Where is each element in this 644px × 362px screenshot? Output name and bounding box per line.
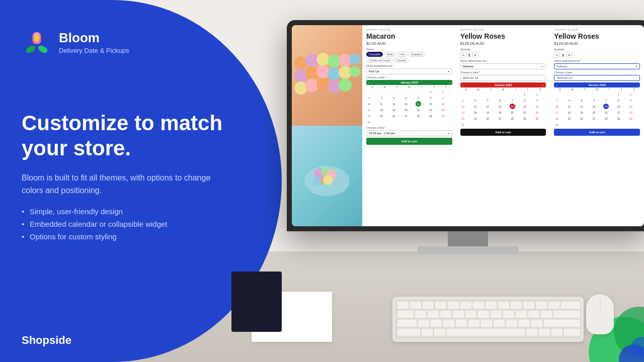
svg-rect-39 [498,302,509,309]
cal-day[interactable]: 9 [440,95,446,101]
cal-day[interactable]: 29 [428,113,434,119]
svg-point-12 [294,69,307,82]
cal-day[interactable]: 7 [416,95,421,101]
feature-item-1: Simple, user-friendly design [22,207,233,216]
qty-plus-2[interactable]: + [472,52,478,58]
svg-rect-40 [511,302,522,309]
qty-minus-3[interactable]: − [554,52,560,58]
cal-day[interactable]: 28 [416,113,421,119]
dropdown-arrow-1: ▼ [447,70,450,73]
cal-day[interactable]: 1 [428,89,434,95]
add-to-cart-btn-3[interactable]: Add to cart [554,129,640,136]
svg-rect-69 [544,320,580,327]
date-input-2[interactable]: 2022-01-14 [460,75,546,81]
qty-val-2: 1 [468,53,470,57]
svg-point-17 [349,66,360,77]
svg-rect-66 [506,320,517,327]
cal-day[interactable]: 15 [428,101,434,107]
cal-day[interactable]: 27 [404,113,409,119]
time-dropdown-arrow: ▼ [447,132,450,135]
date-input-3[interactable]: 2022-01-14 [554,75,640,81]
svg-point-9 [328,55,341,68]
show-dates-label-3: Show dates/times for * [554,59,640,62]
cal-day-selected[interactable]: 14 [416,101,421,107]
cal-day[interactable]: 11 [379,101,384,107]
cal-day[interactable]: 22 [428,107,434,113]
cal-next-3[interactable]: › [637,83,638,86]
cal-day[interactable]: 5 [391,95,396,101]
cal-month-2: January 2022 [495,83,512,86]
cal-day-selected-2[interactable]: 14 [510,104,515,109]
choose-date-label-3: Choose a date * [554,71,640,74]
svg-rect-52 [491,311,502,318]
flavor-cookies[interactable]: Cookies and cream [366,58,393,63]
delivery-dropdown-3[interactable]: Delivery ▼ [554,63,640,69]
flavor-lime[interactable]: Lime [397,52,408,57]
cal-day[interactable]: 20 [404,107,409,113]
cal-day[interactable]: 16 [440,101,446,107]
cal-next-1[interactable]: › [449,81,450,84]
svg-point-13 [305,66,318,79]
svg-point-14 [316,65,330,78]
cal-prev-1[interactable]: ‹ [368,81,369,84]
shopify-label-2: SHOPIFY BLOOM [460,28,546,31]
cal-next-2[interactable]: › [543,83,544,86]
flavor-vanilla[interactable]: Vanilla [384,52,396,57]
cal-day[interactable]: 31 [366,119,372,125]
cal-day[interactable]: 17 [366,107,372,113]
bloom-logo-icon [22,27,52,57]
cal-day[interactable]: 8 [428,95,434,101]
delivery-dropdown-2[interactable]: Delivery ▼ [460,63,546,69]
cal-month-3: January 2022 [588,83,606,86]
cal-day[interactable]: 26 [391,113,396,119]
cal-day[interactable]: 24 [366,113,372,119]
dropdown-arrow-2: ▼ [541,65,543,68]
svg-rect-41 [523,302,534,309]
svg-rect-70 [397,329,420,336]
show-dates-label-1: Show dates/times for * [366,64,452,67]
choose-time-label: Choose a time * [366,126,452,129]
svg-rect-73 [447,329,525,336]
logo-text-block: Bloom Delivery Date & Pickups [59,30,129,54]
svg-rect-47 [428,311,439,318]
cal-day[interactable]: 30 [440,113,446,119]
qty-row-3: − 1 + [554,52,640,58]
keyboard [392,297,584,342]
time-dropdown[interactable]: 12:00 pm - 1:00 pm ▼ [366,130,452,136]
cal-day[interactable]: 13 [404,101,409,107]
svg-rect-76 [551,329,562,336]
cal-day[interactable]: 25 [379,113,384,119]
add-to-cart-btn-1[interactable]: Add to cart [366,138,452,145]
product-price-2: $129.00 AUD [460,41,546,46]
flavor-caramel[interactable]: Caramel [394,58,409,63]
cal-day[interactable]: 23 [440,107,446,113]
qty-plus-3[interactable]: + [566,52,572,58]
svg-rect-67 [519,320,530,327]
cal-prev-3[interactable]: ‹ [556,83,557,86]
flavor-chocolate[interactable]: Chocolate [366,52,383,57]
flavor-label: Flavor [366,48,452,51]
svg-rect-61 [443,320,454,327]
product-name-1: Macaron [366,32,452,40]
cal-prev-2[interactable]: ‹ [462,83,463,86]
cal-day[interactable]: 21 [416,107,421,113]
cal-day[interactable]: 12 [391,101,396,107]
cal-day[interactable]: 2 [440,89,446,95]
svg-point-18 [294,81,307,95]
cal-day[interactable]: 18 [379,107,384,113]
qty-minus-2[interactable]: − [460,52,466,58]
cal-day[interactable]: 3 [366,95,372,101]
cal-day-selected-3[interactable]: 14 [603,104,609,109]
feature-item-3: Options for custom styling [22,232,233,241]
monitor-base [418,246,518,254]
cal-day[interactable]: 6 [404,95,409,101]
cal-day[interactable]: 10 [366,101,372,107]
cal-day[interactable]: 19 [391,107,396,113]
flavor-strawberry[interactable]: Strawberry [409,52,426,57]
add-to-cart-btn-2[interactable]: Add to cart [460,129,546,136]
yellow-roses-panel-1: SHOPIFY BLOOM Yellow Roses $129.00 AUD Q… [456,25,550,226]
svg-point-28 [323,175,333,185]
pickup-dropdown[interactable]: Pick Up ▼ [366,68,452,74]
cal-day[interactable]: 4 [379,95,384,101]
svg-rect-74 [526,329,537,336]
